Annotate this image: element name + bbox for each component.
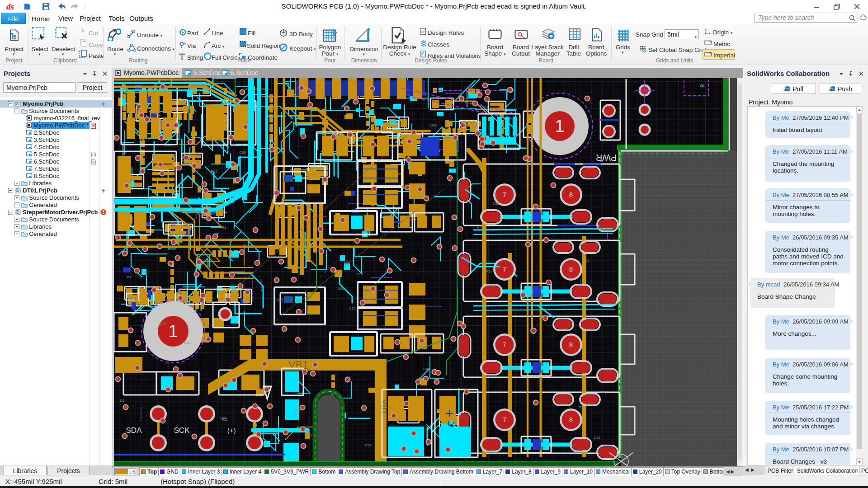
- svg-text:U19: U19: [410, 217, 416, 221]
- svg-text:C82: C82: [594, 436, 601, 440]
- svg-text:7: 7: [503, 416, 506, 423]
- svg-text:R38: R38: [229, 286, 236, 291]
- svg-text:D43: D43: [600, 390, 607, 394]
- svg-text:R8: R8: [222, 225, 226, 230]
- svg-text:C52: C52: [583, 258, 590, 263]
- svg-text:7: 7: [503, 341, 506, 348]
- svg-text:7: 7: [503, 265, 506, 273]
- svg-text:U60: U60: [338, 286, 344, 291]
- svg-text:8: 8: [569, 265, 573, 273]
- svg-text:8: 8: [569, 341, 573, 348]
- svg-text:C4: C4: [155, 113, 160, 117]
- svg-text:SCK: SCK: [174, 426, 190, 435]
- svg-text:R40: R40: [391, 120, 398, 124]
- svg-text:C68: C68: [364, 297, 371, 301]
- svg-text:8: 8: [569, 416, 573, 423]
- svg-text:R8: R8: [250, 244, 255, 249]
- svg-text:8: 8: [569, 191, 573, 198]
- svg-text:R19: R19: [356, 272, 363, 276]
- svg-text:R79: R79: [335, 133, 342, 137]
- svg-text:C14: C14: [204, 216, 211, 221]
- svg-text:C15: C15: [349, 306, 356, 310]
- svg-text:+: +: [445, 406, 453, 421]
- svg-text:R7: R7: [127, 275, 132, 279]
- svg-text:U30: U30: [430, 123, 437, 127]
- svg-text:7: 7: [503, 191, 506, 198]
- svg-text:R62: R62: [211, 169, 217, 174]
- svg-text:D5: D5: [120, 399, 125, 403]
- svg-text:1: 1: [555, 117, 564, 136]
- svg-text:D87: D87: [294, 408, 301, 413]
- svg-text:U79: U79: [476, 225, 483, 229]
- svg-text:R11: R11: [222, 418, 228, 422]
- svg-text:(+): (+): [227, 427, 236, 434]
- svg-text:D52: D52: [492, 202, 499, 206]
- svg-text:C90: C90: [240, 150, 246, 155]
- svg-text:R10: R10: [184, 341, 191, 345]
- svg-text:8: 8: [699, 84, 706, 87]
- svg-text:C56: C56: [365, 443, 372, 447]
- svg-text:C81: C81: [207, 137, 214, 141]
- svg-text:U73: U73: [160, 322, 167, 326]
- svg-text:U18: U18: [161, 203, 168, 207]
- svg-text:VB1: VB1: [379, 399, 388, 414]
- svg-text:R75: R75: [593, 227, 600, 231]
- svg-text:1: 1: [168, 322, 178, 341]
- svg-text:SDA: SDA: [126, 426, 142, 435]
- svg-text:C60: C60: [344, 260, 350, 264]
- svg-text:D4: D4: [598, 159, 603, 163]
- svg-text:R56: R56: [578, 405, 585, 409]
- svg-text:C69: C69: [277, 298, 283, 302]
- svg-text:R30: R30: [306, 433, 312, 437]
- svg-text:D33: D33: [142, 121, 148, 125]
- svg-text:R87: R87: [232, 189, 239, 193]
- svg-text:R11: R11: [486, 269, 492, 273]
- svg-text:D46: D46: [423, 367, 430, 371]
